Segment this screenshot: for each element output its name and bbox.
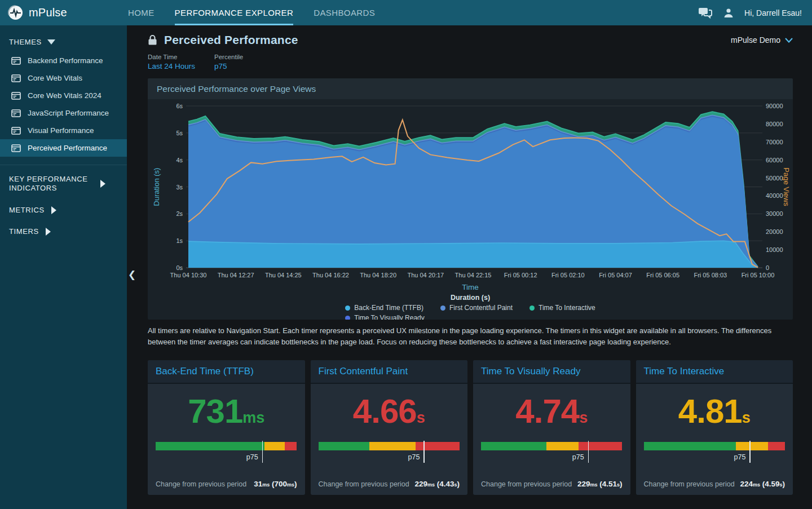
domain-selector[interactable]: mPulse Demo (731, 36, 793, 45)
filters-row: Date Time Last 24 Hours Percentile p75 (148, 54, 793, 70)
theme-label: Core Web Vitals (28, 74, 82, 82)
svg-text:60000: 60000 (766, 157, 783, 163)
sidebar-item-javascript-performance[interactable]: JavaScript Performance (0, 104, 127, 122)
metric-value: 731ms (148, 392, 305, 431)
svg-text:Fri 05 08:03: Fri 05 08:03 (694, 272, 727, 278)
top-bar: mPulse HOMEPERFORMANCE EXPLORERDASHBOARD… (0, 0, 812, 25)
change-label: Change from previous period (156, 480, 246, 488)
sidebar-item-core-web-vitals-2024[interactable]: Core Web Vitals 2024 (0, 87, 127, 104)
widget-description: All timers are relative to Navigation St… (148, 325, 793, 348)
svg-text:2s: 2s (176, 210, 183, 217)
sidebar-item-backend-performance[interactable]: Backend Performance (0, 52, 127, 69)
domain-name: mPulse Demo (731, 36, 780, 45)
sidebar-collapse-handle[interactable]: ❮ (128, 269, 136, 281)
chart-legend: Back-End Time (TTFB) First Contentful Pa… (345, 304, 595, 320)
svg-text:Thu 04 18:20: Thu 04 18:20 (360, 272, 396, 278)
svg-text:Thu 04 16:22: Thu 04 16:22 (312, 272, 349, 278)
metric-unit: s (417, 409, 425, 426)
svg-text:Fri 05 06:05: Fri 05 06:05 (646, 272, 679, 278)
svg-text:70000: 70000 (766, 139, 783, 145)
legend-dot-icon (345, 316, 350, 320)
feedback-chat-icon[interactable] (698, 7, 713, 19)
legend-item[interactable]: First Contentful Paint (440, 304, 513, 312)
metric-card-title: Time To Visually Ready (473, 360, 630, 384)
chevron-right-icon (100, 180, 105, 188)
gauge-yellow-segment (546, 442, 579, 450)
change-value: 229ms (4.43s) (414, 480, 460, 488)
chevron-down-icon (785, 38, 793, 43)
sidebar-divider (0, 165, 127, 165)
gauge-yellow-segment (264, 442, 285, 450)
metric-value: 4.74s (473, 392, 630, 431)
threshold-gauge (319, 442, 460, 450)
svg-text:Thu 04 10:30: Thu 04 10:30 (170, 272, 207, 278)
metric-value: 4.81s (636, 392, 793, 431)
user-greeting[interactable]: Hi, Darrell Esau! (744, 8, 802, 17)
metric-card-title: First Contentful Paint (311, 360, 468, 384)
user-icon[interactable] (723, 7, 734, 19)
sidebar-section-key-performance-indicators[interactable]: KEY PERFORMANCE INDICATORS (0, 169, 127, 200)
legend-item[interactable]: Time To Visually Ready (345, 314, 425, 320)
metric-card-first-contentful-paint: First Contentful Paint 4.66s p75 Change … (311, 360, 468, 495)
section-label: TIMERS (9, 227, 39, 236)
threshold-gauge (156, 442, 297, 450)
filter-value[interactable]: p75 (214, 62, 243, 70)
metric-card-title: Back-End Time (TTFB) (148, 360, 305, 384)
x-axis-caption: Time (148, 283, 793, 291)
sidebar-item-visual-performance[interactable]: Visual Performance (0, 122, 127, 139)
sidebar-section-timers[interactable]: TIMERS (0, 221, 127, 242)
themes-label: THEMES (9, 38, 42, 46)
metric-unit: ms (242, 409, 264, 426)
p75-marker (749, 441, 751, 463)
threshold-gauge (481, 442, 623, 450)
metric-number: 4.74 (515, 392, 579, 430)
section-label: METRICS (9, 206, 45, 215)
report-icon (11, 144, 21, 152)
themes-header[interactable]: THEMES (0, 32, 127, 52)
nav-item-dashboards[interactable]: DASHBOARDS (314, 0, 375, 25)
metric-number: 731 (188, 392, 242, 430)
report-icon (11, 74, 21, 82)
brand-name: mPulse (29, 6, 67, 19)
theme-label: Perceived Performance (28, 144, 107, 152)
sidebar-item-perceived-performance[interactable]: Perceived Performance (0, 139, 127, 157)
theme-label: Core Web Vitals 2024 (28, 91, 102, 100)
svg-text:90000: 90000 (766, 103, 783, 109)
right-axis-title: Page Views (782, 167, 791, 206)
mpulse-pulse-icon (8, 5, 23, 20)
gauge-yellow-segment (736, 442, 768, 450)
svg-text:0s: 0s (176, 264, 183, 271)
svg-text:Thu 04 12:27: Thu 04 12:27 (218, 272, 254, 278)
metric-card-back-end-time-ttfb-: Back-End Time (TTFB) 731ms p75 Change fr… (148, 360, 305, 495)
change-value: 31ms (700ms) (254, 480, 297, 488)
svg-text:0: 0 (766, 264, 769, 271)
filter-value[interactable]: Last 24 Hours (148, 62, 195, 70)
theme-label: JavaScript Performance (28, 109, 109, 117)
sidebar-sections: KEY PERFORMANCE INDICATORS METRICS TIMER… (0, 169, 127, 242)
theme-label: Backend Performance (28, 56, 103, 65)
report-icon (11, 57, 21, 65)
p75-marker (588, 441, 589, 463)
svg-text:Thu 04 20:17: Thu 04 20:17 (407, 272, 444, 278)
svg-text:5s: 5s (176, 130, 183, 136)
sidebar-section-metrics[interactable]: METRICS (0, 200, 127, 221)
metric-card-time-to-interactive: Time To Interactive 4.81s p75 Change fro… (636, 360, 793, 495)
timeseries-chart[interactable]: 0s1s2s3s4s5s6s01000020000300004000050000… (148, 99, 793, 281)
legend-label: First Contentful Paint (449, 304, 513, 312)
svg-text:50000: 50000 (766, 175, 783, 182)
mpulse-logo[interactable]: mPulse (0, 0, 127, 25)
svg-text:Thu 04 14:25: Thu 04 14:25 (265, 272, 302, 278)
p75-label: p75 (572, 453, 588, 461)
metric-unit: s (742, 409, 751, 426)
nav-item-home[interactable]: HOME (128, 0, 155, 25)
nav-item-performance-explorer[interactable]: PERFORMANCE EXPLORER (175, 0, 294, 25)
threshold-gauge (644, 442, 785, 450)
svg-text:4s: 4s (176, 157, 183, 163)
filter-label: Date Time (148, 54, 195, 60)
legend-dot-icon (345, 306, 350, 311)
legend-item[interactable]: Back-End Time (TTFB) (345, 304, 423, 312)
section-label: KEY PERFORMANCE INDICATORS (9, 175, 94, 193)
metric-number: 4.81 (678, 392, 742, 430)
sidebar-item-core-web-vitals[interactable]: Core Web Vitals (0, 69, 127, 87)
legend-item[interactable]: Time To Interactive (529, 304, 595, 312)
